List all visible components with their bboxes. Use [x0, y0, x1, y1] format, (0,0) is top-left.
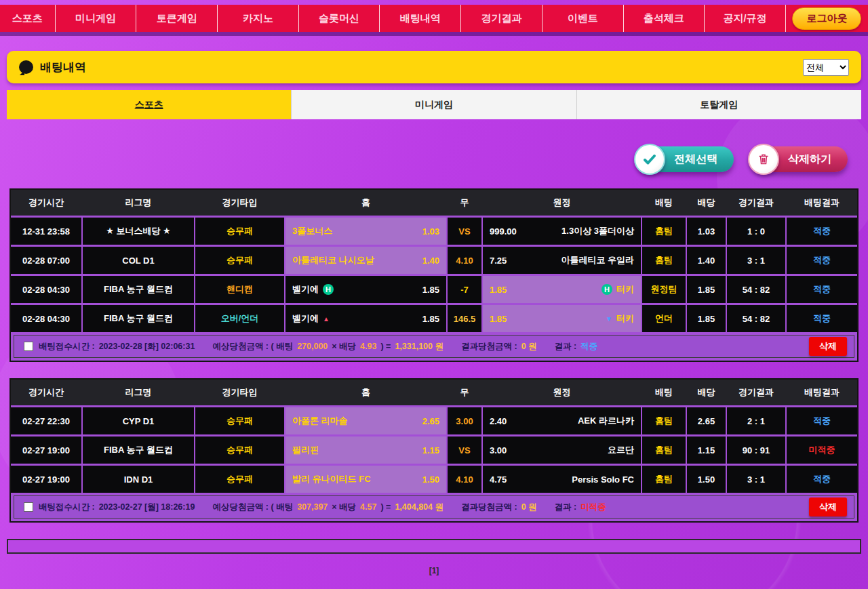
away-team: Persis Solo FC [572, 474, 634, 485]
bet-odds: 1.85 [687, 276, 726, 303]
draw-cell[interactable]: -7 [448, 276, 481, 303]
tab-totalgame[interactable]: 토탈게임 [576, 90, 861, 119]
result-amount-label: 결과당첨금액 : [461, 341, 517, 352]
match-score: 54 : 82 [727, 305, 785, 332]
handicap-icon: H [601, 284, 612, 295]
bet-pick: 홈팀 [642, 218, 686, 245]
slip-result: 미적중 [580, 502, 606, 513]
nav-item-tokengame[interactable]: 토큰게임 [136, 5, 218, 32]
col-header: 경기타입 [195, 380, 284, 405]
home-cell[interactable]: 아틀레티코 나시오날 1.40 [285, 247, 446, 274]
nav-item-notice[interactable]: 공지/규정 [705, 5, 786, 32]
away-cell[interactable]: 4.75 Persis Solo FC [483, 466, 641, 493]
bet-group-1: 경기시간 리그명 경기타입 홈 무 원정 배팅 배당 경기결과 배팅결과 12-… [9, 188, 859, 362]
away-cell[interactable]: 999.00 1.3이상 3폴더이상 [483, 218, 641, 245]
table-row: 02-28 04:30 FIBA 농구 월드컵 핸디캡 벨기에 H 1.85 -… [11, 276, 857, 303]
bet-type: 핸디캡 [195, 276, 284, 303]
delete-selected-button[interactable]: 삭제하기 [751, 146, 848, 172]
draw-cell[interactable]: 146.5 [448, 305, 481, 332]
nav-item-slots[interactable]: 슬롯머신 [299, 5, 380, 32]
table-row: 02-27 19:00 IDN D1 승무패 발리 유나이티드 FC 1.50 … [11, 466, 857, 493]
home-odds: 1.85 [422, 314, 439, 324]
draw-cell[interactable]: 4.10 [448, 466, 481, 493]
expected-win-label: 예상당첨금액 : ( 배팅 [212, 341, 293, 352]
delete-bet-button[interactable]: 삭제 [809, 337, 847, 356]
tab-sports[interactable]: 스포츠 [7, 90, 291, 119]
bet-pick: 홈팀 [642, 466, 686, 493]
bet-odds: 1.85 [687, 305, 726, 332]
draw-cell[interactable]: 3.00 [448, 407, 481, 434]
nav-item-bet-history[interactable]: 배팅내역 [380, 5, 461, 32]
home-cell[interactable]: 벨기에 ▲ 1.85 [285, 305, 446, 332]
away-team: AEK 라르나카 [578, 415, 634, 427]
table-row: 12-31 23:58 ★ 보너스배당 ★ 승무패 3폴보너스 1.03 VS … [11, 218, 857, 245]
away-cell[interactable]: 1.85 H 터키 [483, 276, 641, 303]
table-row: 02-27 22:30 CYP D1 승무패 아폴론 리마솔 2.65 3.00… [11, 407, 857, 434]
bet-type: 승무패 [195, 466, 284, 493]
nav-item-events[interactable]: 이벤트 [542, 5, 624, 32]
draw-cell[interactable]: 4.10 [448, 247, 481, 274]
bet-odds: 1.50 [687, 466, 726, 493]
col-header: 리그명 [83, 380, 194, 405]
equals-label: ) = [380, 502, 391, 512]
home-odds: 1.40 [422, 256, 439, 266]
league-name: CYP D1 [83, 407, 194, 434]
nav-item-sports[interactable]: 스포츠 [0, 5, 56, 32]
away-odds: 1.85 [490, 285, 507, 295]
bet-pick: 언더 [642, 305, 686, 332]
table-header: 경기시간 리그명 경기타입 홈 무 원정 배팅 배당 경기결과 배팅결과 [11, 190, 857, 216]
match-time: 02-27 19:00 [11, 436, 81, 464]
bet-type: 오버/언더 [195, 305, 284, 332]
bet-result: 적중 [787, 466, 857, 493]
col-header: 원정 [483, 190, 641, 216]
home-cell[interactable]: 벨기에 H 1.85 [285, 276, 446, 303]
total-odds: 4.93 [360, 342, 376, 351]
match-score: 2 : 1 [727, 407, 785, 434]
bet-slip-checkbox[interactable] [24, 502, 33, 512]
table-row: 02-28 04:30 FIBA 농구 월드컵 오버/언더 벨기에 ▲ 1.85… [11, 305, 857, 332]
away-team: 1.3이상 3폴더이상 [561, 225, 634, 237]
bet-amount: 307,397 [297, 502, 328, 512]
nav-item-minigame[interactable]: 미니게임 [56, 5, 137, 32]
home-team: 필리핀 [292, 444, 319, 456]
match-time: 02-28 04:30 [11, 276, 81, 303]
away-odds: 1.85 [490, 314, 507, 324]
check-icon [634, 144, 665, 175]
home-odds: 1.03 [422, 226, 439, 237]
away-cell[interactable]: 3.00 요르단 [483, 436, 641, 464]
home-team: 발리 유나이티드 FC [292, 473, 371, 485]
page-link-1[interactable]: [1] [429, 566, 439, 575]
betting-history-icon [19, 60, 33, 74]
home-cell[interactable]: 필리핀 1.15 [285, 436, 446, 464]
draw-cell[interactable]: VS [448, 436, 481, 464]
bet-result: 적중 [787, 218, 857, 245]
select-all-label: 전체선택 [674, 153, 717, 165]
bet-slip-checkbox[interactable] [24, 342, 33, 351]
home-cell[interactable]: 3폴보너스 1.03 [285, 218, 446, 245]
match-time: 02-27 22:30 [11, 407, 81, 434]
home-team: 아틀레티코 나시오날 [292, 254, 374, 266]
match-score: 3 : 1 [727, 247, 785, 274]
bet-type: 승무패 [195, 247, 284, 274]
tab-minigame[interactable]: 미니게임 [291, 90, 576, 119]
away-team: 요르단 [608, 444, 634, 456]
nav-item-casino[interactable]: 카지노 [218, 5, 299, 32]
away-cell[interactable]: 2.40 AEK 라르나카 [483, 407, 641, 434]
home-cell[interactable]: 발리 유나이티드 FC 1.50 [285, 466, 446, 493]
away-cell[interactable]: 7.25 아틀레티코 우일라 [483, 247, 641, 274]
nav-item-results[interactable]: 경기결과 [461, 5, 542, 32]
delete-bet-button[interactable]: 삭제 [809, 497, 847, 516]
equals-label: ) = [380, 342, 391, 351]
logout-button[interactable]: 로그아웃 [792, 7, 861, 30]
nav-item-attendance[interactable]: 출석체크 [624, 5, 705, 32]
bet-pick: 홈팀 [642, 407, 686, 434]
bet-result: 적중 [787, 407, 857, 434]
away-cell[interactable]: 1.85 ▼ 터키 [483, 305, 641, 332]
draw-cell[interactable]: VS [448, 218, 481, 245]
col-header: 리그명 [83, 190, 194, 216]
select-all-button[interactable]: 전체선택 [637, 146, 734, 172]
league-name: FIBA 농구 월드컵 [83, 305, 194, 332]
home-cell[interactable]: 아폴론 리마솔 2.65 [285, 407, 446, 434]
expected-win-amount: 1,331,100 원 [395, 341, 443, 352]
filter-select[interactable]: 전체 [803, 59, 849, 76]
